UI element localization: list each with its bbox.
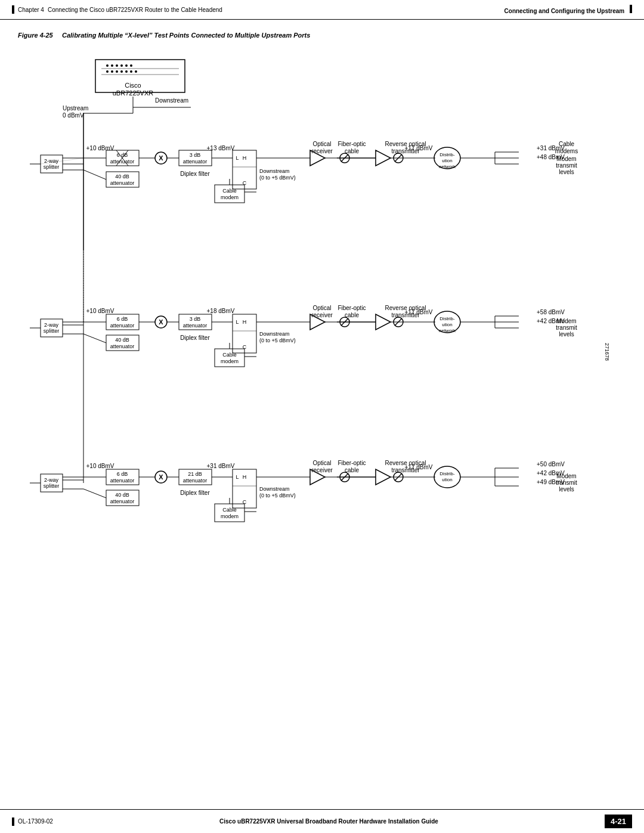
svg-text:ution: ution: [442, 477, 452, 482]
diagram-area: Cisco uBR7225VXR Downstream Upstream 0 d…: [18, 51, 626, 587]
svg-text:splitter: splitter: [44, 164, 60, 170]
svg-text:transmit: transmit: [556, 479, 577, 486]
svg-text:transmit: transmit: [556, 162, 577, 169]
page-footer: OL-17309-02 Cisco uBR7225VXR Universal B…: [0, 809, 644, 833]
svg-text:Fiber-optic: Fiber-optic: [338, 141, 366, 147]
figure-title: Figure 4-25 Calibrating Multiple “X-leve…: [18, 32, 626, 39]
svg-text:40 dB: 40 dB: [115, 337, 129, 343]
svg-text:Diplex filter: Diplex filter: [180, 490, 210, 496]
svg-text:+10 dBmV: +10 dBmV: [86, 308, 114, 314]
svg-text:attenuator: attenuator: [110, 343, 135, 349]
svg-text:transmit: transmit: [556, 324, 577, 331]
svg-text:+50 dBmV: +50 dBmV: [537, 461, 565, 467]
svg-text:40 dB: 40 dB: [115, 174, 129, 179]
svg-text:ution: ution: [442, 158, 452, 163]
svg-point-11: [116, 70, 118, 73]
svg-text:(0 to +5 dBmV): (0 to +5 dBmV): [259, 337, 296, 343]
svg-text:H: H: [243, 155, 247, 161]
page-header: Chapter 4 Connecting the Cisco uBR7225VX…: [0, 0, 644, 20]
svg-text:attenuator: attenuator: [183, 159, 208, 165]
svg-point-5: [116, 64, 118, 67]
svg-text:+13 dBmV: +13 dBmV: [207, 145, 235, 151]
svg-text:modem: modem: [221, 513, 239, 519]
diagram-svg: Cisco uBR7225VXR Downstream Upstream 0 d…: [18, 51, 626, 587]
svg-text:Downstream: Downstream: [155, 97, 188, 104]
svg-text:Diplex filter: Diplex filter: [180, 171, 210, 177]
header-right: Connecting and Configuring the Upstream: [504, 5, 632, 14]
svg-text:attenuator: attenuator: [110, 498, 135, 504]
svg-text:attenuator: attenuator: [110, 323, 135, 329]
svg-text:Distrib-: Distrib-: [439, 152, 455, 157]
figure-number: Figure 4-25: [18, 32, 53, 39]
header-bar-left: [12, 5, 14, 14]
header-left: Chapter 4 Connecting the Cisco uBR7225VX…: [12, 5, 222, 14]
svg-text:receiver: receiver: [311, 148, 333, 154]
svg-point-13: [125, 70, 128, 73]
svg-text:Optical: Optical: [312, 460, 331, 466]
svg-text:Upstream: Upstream: [63, 105, 88, 112]
svg-point-10: [111, 70, 113, 73]
svg-text:Cable: Cable: [222, 188, 237, 194]
svg-text:attenuator: attenuator: [110, 478, 135, 484]
svg-text:H: H: [243, 474, 247, 480]
svg-text:6 dB: 6 dB: [117, 316, 128, 322]
svg-text:modem: modem: [221, 358, 239, 364]
svg-text:Cable: Cable: [222, 507, 237, 513]
svg-text:2-way: 2-way: [44, 477, 59, 483]
svg-marker-72: [376, 150, 391, 166]
svg-text:Distrib-: Distrib-: [439, 471, 455, 476]
svg-text:Modem: Modem: [556, 156, 576, 162]
footer-bar-left: [12, 817, 14, 826]
svg-point-12: [120, 70, 123, 73]
guide-title: Cisco uBR7225VXR Universal Broadband Rou…: [219, 818, 438, 825]
svg-text:receiver: receiver: [311, 467, 333, 473]
svg-text:attenuator: attenuator: [183, 323, 208, 329]
svg-point-8: [130, 64, 132, 67]
svg-text:network: network: [439, 328, 456, 333]
svg-text:attenuator: attenuator: [110, 159, 135, 165]
svg-text:network: network: [439, 164, 456, 169]
svg-text:271678: 271678: [604, 343, 610, 361]
svg-text:levels: levels: [559, 331, 574, 337]
svg-text:6 dB: 6 dB: [117, 471, 128, 477]
svg-text:Fiber-optic: Fiber-optic: [338, 460, 366, 466]
svg-text:2-way: 2-way: [44, 322, 59, 328]
footer-left: OL-17309-02: [12, 817, 53, 826]
svg-text:X: X: [159, 154, 163, 162]
svg-text:Downstream: Downstream: [259, 168, 290, 174]
svg-text:Distrib-: Distrib-: [439, 316, 455, 321]
svg-text:0 dBmV: 0 dBmV: [63, 112, 84, 119]
svg-text:X: X: [159, 318, 163, 326]
svg-text:+17 dBmV: +17 dBmV: [405, 309, 433, 315]
svg-text:Downstream: Downstream: [259, 486, 290, 492]
svg-text:(0 to +5 dBmV): (0 to +5 dBmV): [259, 493, 296, 498]
svg-text:attenuator: attenuator: [183, 478, 208, 484]
svg-text:Diplex filter: Diplex filter: [180, 335, 210, 341]
svg-text:L: L: [236, 155, 239, 161]
svg-text:3 dB: 3 dB: [190, 152, 201, 158]
svg-text:ution: ution: [442, 322, 452, 327]
svg-line-188: [83, 489, 106, 498]
svg-text:+58 dBmV: +58 dBmV: [537, 309, 565, 315]
svg-point-4: [111, 64, 113, 67]
svg-line-45: [83, 170, 106, 179]
section-title: Connecting and Configuring the Upstream: [504, 8, 625, 14]
svg-text:splitter: splitter: [44, 328, 60, 334]
svg-text:receiver: receiver: [311, 312, 333, 318]
svg-line-118: [83, 334, 106, 343]
svg-text:40 dB: 40 dB: [115, 492, 129, 498]
svg-text:uBR7225VXR: uBR7225VXR: [113, 89, 154, 97]
svg-point-14: [130, 70, 132, 73]
header-bar-right: [630, 5, 632, 13]
svg-text:levels: levels: [559, 486, 574, 493]
chapter-title: Connecting the Cisco uBR7225VXR Router t…: [48, 7, 222, 13]
svg-text:+17 dBmV: +17 dBmV: [405, 464, 433, 470]
svg-text:21 dB: 21 dB: [188, 471, 202, 477]
svg-point-7: [125, 64, 128, 67]
svg-text:attenuator: attenuator: [110, 180, 135, 186]
svg-text:Cable: Cable: [222, 352, 237, 358]
svg-text:3 dB: 3 dB: [190, 316, 201, 322]
svg-text:Modem: Modem: [556, 473, 576, 479]
svg-text:Cable: Cable: [559, 141, 575, 147]
svg-text:levels: levels: [559, 169, 574, 175]
